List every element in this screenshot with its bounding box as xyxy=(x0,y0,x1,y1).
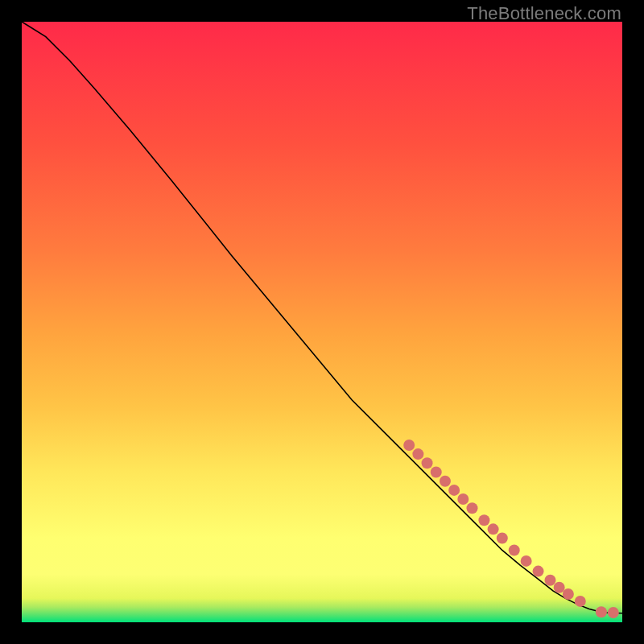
chart-marker xyxy=(554,582,565,593)
chart-markers xyxy=(403,440,619,618)
chart-marker xyxy=(533,566,544,577)
chart-marker xyxy=(431,467,442,478)
chart-marker xyxy=(497,533,508,544)
chart-svg-layer xyxy=(22,22,622,622)
chart-marker xyxy=(467,502,478,514)
chart-marker xyxy=(403,440,415,451)
chart-marker xyxy=(440,476,451,487)
watermark-text: TheBottleneck.com xyxy=(467,3,621,24)
chart-marker xyxy=(596,606,607,617)
chart-stage: TheBottleneck.com xyxy=(0,0,644,644)
chart-curve xyxy=(22,22,622,613)
chart-marker xyxy=(488,523,499,535)
chart-marker xyxy=(521,555,532,567)
chart-marker xyxy=(608,607,619,618)
chart-marker xyxy=(457,493,469,505)
chart-marker xyxy=(575,596,586,607)
chart-plot-area xyxy=(22,22,622,622)
chart-marker xyxy=(448,485,460,496)
chart-marker xyxy=(422,457,433,469)
chart-marker xyxy=(412,448,423,460)
chart-marker xyxy=(563,588,574,600)
chart-marker xyxy=(478,514,489,526)
chart-marker xyxy=(509,544,520,555)
chart-marker xyxy=(544,575,555,586)
